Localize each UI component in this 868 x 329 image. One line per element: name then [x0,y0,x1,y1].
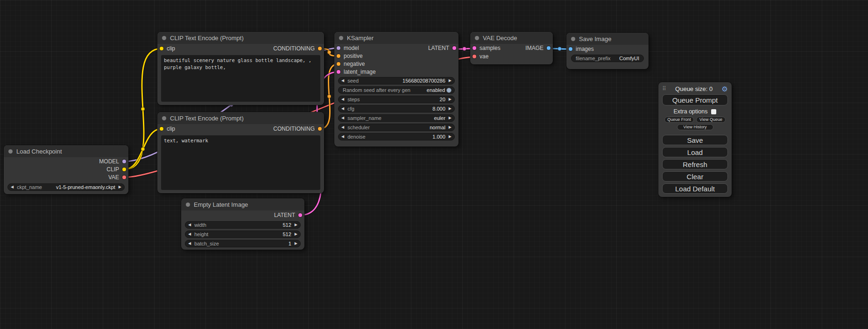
node-collapse-dot[interactable] [571,37,575,41]
clip-output-label: CLIP [106,166,119,173]
widget-label: scheduler [347,125,370,130]
decrement-arrow-icon[interactable]: ◀ [341,116,344,120]
widget-value: 512 [282,231,291,237]
cfg-widget[interactable]: ◀ cfg 8.000 ▶ [338,105,455,112]
node-vae-decode-titlebar[interactable]: VAE Decode [470,32,553,44]
clear-button[interactable]: Clear [662,171,728,182]
height-widget[interactable]: ◀ height 512 ▶ [185,231,301,238]
filename-prefix-widget[interactable]: filename_prefix ComfyUI [571,55,644,62]
image-output-slot[interactable] [547,46,550,50]
decrement-arrow-icon[interactable]: ◀ [341,98,344,101]
positive-prompt-textarea[interactable]: beautiful scenery nature glass bottle la… [161,55,320,102]
slot-row: samples IMAGE [470,44,553,52]
link-image-midpoint-dot [558,47,562,51]
width-widget[interactable]: ◀ width 512 ▶ [185,221,301,229]
latent-output-slot[interactable] [298,213,302,217]
scheduler-widget[interactable]: ◀ scheduler normal ▶ [338,124,455,131]
node-graph-canvas[interactable]: Load Checkpoint MODEL CLIP VAE ◀ ckpt_na… [0,0,868,329]
decrement-arrow-icon[interactable]: ◀ [341,135,344,139]
widget-label: steps [347,97,360,102]
node-clip-positive-titlebar[interactable]: CLIP Text Encode (Prompt) [157,32,324,44]
widget-value: 20 [440,97,445,102]
view-history-button[interactable]: View History [677,124,713,130]
images-input-slot[interactable] [569,47,572,51]
node-load-checkpoint-titlebar[interactable]: Load Checkpoint [4,145,128,157]
view-queue-button[interactable]: View Queue [696,117,726,123]
decrement-arrow-icon[interactable]: ◀ [188,242,191,245]
model-input-slot[interactable] [337,46,340,50]
load-default-button[interactable]: Load Default [662,183,728,194]
negative-prompt-textarea[interactable]: text, watermark [161,135,320,190]
widget-label: height [194,231,208,237]
decrement-arrow-icon[interactable]: ◀ [188,223,191,227]
node-title-label: CLIP Text Encode (Prompt) [170,115,244,122]
increment-arrow-icon[interactable]: ▶ [295,242,297,245]
positive-input-slot[interactable] [337,54,340,58]
link-negative-conditioning-midpoint-dot [327,95,331,98]
latent-image-input-slot[interactable] [337,70,340,74]
vae-input-slot[interactable] [473,55,476,58]
negative-input-slot[interactable] [337,62,340,66]
ckpt-name-widget[interactable]: ◀ ckpt_name v1-5-pruned-emaonly.ckpt ▶ [7,183,125,191]
latent-output-slot[interactable] [452,46,456,50]
increment-arrow-icon[interactable]: ▶ [449,107,452,111]
node-title-label: KSampler [347,35,374,42]
node-collapse-dot[interactable] [162,36,166,40]
clip-input-slot[interactable] [160,47,163,50]
increment-arrow-icon[interactable]: ▶ [449,126,452,129]
save-button[interactable]: Save [662,135,728,145]
vae-output-slot[interactable] [122,175,126,179]
node-save-image-titlebar[interactable]: Save Image [566,33,649,45]
increment-arrow-icon[interactable]: ▶ [119,185,121,189]
decrement-arrow-icon[interactable]: ◀ [341,126,344,129]
samples-input-slot[interactable] [473,46,476,50]
clip-output-slot[interactable] [122,168,126,171]
model-output-slot[interactable] [122,160,126,163]
extra-options-checkbox[interactable] [711,109,716,114]
increment-arrow-icon[interactable]: ▶ [449,79,452,83]
increment-arrow-icon[interactable]: ▶ [295,232,297,236]
node-collapse-dot[interactable] [475,36,479,40]
steps-widget[interactable]: ◀ steps 20 ▶ [338,96,455,103]
conditioning-output-slot[interactable] [318,127,322,131]
increment-arrow-icon[interactable]: ▶ [449,98,452,101]
increment-arrow-icon[interactable]: ▶ [295,223,297,227]
clip-input-slot[interactable] [160,127,163,131]
decrement-arrow-icon[interactable]: ◀ [11,185,14,189]
node-collapse-dot[interactable] [339,36,343,40]
slot-row: latent_image [334,68,459,76]
node-collapse-dot[interactable] [186,203,190,207]
seed-widget[interactable]: ◀ seed 156680208700286 ▶ [338,77,455,84]
increment-arrow-icon[interactable]: ▶ [449,135,452,139]
decrement-arrow-icon[interactable]: ◀ [341,107,344,111]
link-clip-to-positive-midpoint-dot [141,107,145,111]
toggle-knob-icon[interactable] [446,88,452,93]
denoise-widget[interactable]: ◀ denoise 1.000 ▶ [338,133,455,140]
refresh-button[interactable]: Refresh [662,159,728,169]
settings-gear-icon[interactable]: ⚙ [722,85,728,92]
node-collapse-dot[interactable] [162,116,166,120]
load-button[interactable]: Load [662,147,728,157]
batch-size-widget[interactable]: ◀ batch_size 1 ▶ [185,240,301,247]
queue-prompt-button[interactable]: Queue Prompt [662,94,728,105]
menu-drag-handle-icon[interactable]: ⠿ [662,85,666,92]
node-clip-negative-titlebar[interactable]: CLIP Text Encode (Prompt) [157,112,324,124]
decrement-arrow-icon[interactable]: ◀ [188,232,191,236]
queue-front-button[interactable]: Queue Front [664,117,694,123]
slot-row: LATENT [181,210,304,220]
widget-value: 512 [282,222,291,228]
sampler-name-widget[interactable]: ◀ sampler_name euler ▶ [338,114,455,122]
node-ksampler-titlebar[interactable]: KSampler [334,32,459,44]
node-title-label: Save Image [579,35,611,42]
node-title-label: Empty Latent Image [194,201,248,208]
widget-label: filename_prefix [576,56,611,61]
node-collapse-dot[interactable] [8,149,13,154]
conditioning-output-label: CONDITIONING [273,45,315,52]
vae-output-label: VAE [108,174,119,181]
random-seed-toggle-widget[interactable]: Random seed after every gen enabled [338,86,455,94]
increment-arrow-icon[interactable]: ▶ [449,116,452,120]
slot-row: vae [470,52,553,61]
decrement-arrow-icon[interactable]: ◀ [341,79,344,83]
conditioning-output-slot[interactable] [318,47,322,50]
node-empty-latent-titlebar[interactable]: Empty Latent Image [181,198,304,210]
